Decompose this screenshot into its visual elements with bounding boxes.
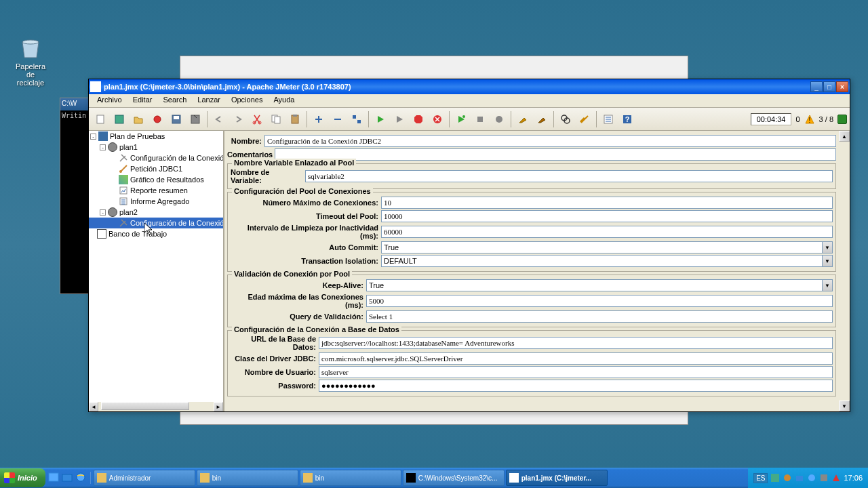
task-administrador[interactable]: Administrador <box>94 470 195 486</box>
dropdown-icon[interactable]: ▼ <box>822 279 833 291</box>
svg-rect-27 <box>120 187 127 194</box>
ie-icon[interactable] <box>75 472 87 484</box>
start-noTimers-button[interactable] <box>391 110 408 128</box>
remote-start-button[interactable] <box>452 110 470 128</box>
svg-rect-1 <box>97 115 104 123</box>
form-panel: Nombre: Comentarios Nombre Variable Enla… <box>224 131 850 411</box>
tree-plan1[interactable]: - plan1 <box>89 142 223 152</box>
search-reset-button[interactable] <box>576 110 593 128</box>
tray-icon-1[interactable] <box>770 473 780 483</box>
toggle-button[interactable] <box>348 110 366 128</box>
show-desktop-icon[interactable] <box>48 472 60 484</box>
explorer-icon[interactable] <box>62 472 74 484</box>
minimize-button[interactable]: _ <box>810 81 823 92</box>
language-indicator[interactable]: ES <box>753 473 768 483</box>
thread-icon <box>108 207 117 217</box>
tree-config2[interactable]: Configuración de la Conexión JDBC2 <box>89 218 223 228</box>
svg-text:!: ! <box>808 117 810 124</box>
save-button[interactable] <box>167 110 185 128</box>
cut-button[interactable] <box>248 110 266 128</box>
recycle-bin-icon <box>17 34 44 61</box>
paste-button[interactable] <box>286 110 304 128</box>
max-conn-input[interactable] <box>381 197 833 209</box>
maximize-button[interactable]: □ <box>823 81 835 92</box>
tree-informe[interactable]: Informe Agregado <box>89 196 223 207</box>
menu-search[interactable]: Search <box>157 94 192 107</box>
driver-input[interactable] <box>319 352 833 365</box>
url-input[interactable] <box>319 337 833 349</box>
tree-plan2[interactable]: - plan2 <box>89 207 223 218</box>
start-button[interactable] <box>372 110 389 128</box>
query-input[interactable] <box>366 310 833 323</box>
tree-reporte[interactable]: Reporte resumen <box>89 185 223 196</box>
nombre-input[interactable] <box>264 135 836 147</box>
task-cmd[interactable]: C:\Windows\System32\c... <box>403 470 505 486</box>
task-jmeter[interactable]: plan1.jmx (C:\jmeter... <box>506 470 608 486</box>
svg-point-17 <box>462 115 465 118</box>
error-count: 0 <box>795 115 800 123</box>
autocommit-select[interactable] <box>381 241 822 253</box>
titlebar[interactable]: plan1.jmx (C:\jmeter-3.0\bin\plan1.jmx) … <box>89 79 850 94</box>
aggregate-icon <box>119 197 128 206</box>
menu-editar[interactable]: Editar <box>127 94 158 107</box>
timeout-input[interactable] <box>381 210 833 222</box>
tray-icon-4[interactable] <box>807 473 816 483</box>
redo-button[interactable] <box>229 110 247 128</box>
menu-ayuda[interactable]: Ayuda <box>268 94 300 107</box>
search-button[interactable] <box>557 110 574 128</box>
save-as-button[interactable] <box>186 110 204 128</box>
tray-icon-6[interactable] <box>831 473 841 483</box>
task-bin1[interactable]: bin <box>197 470 298 486</box>
tree-banco[interactable]: Banco de Trabajo <box>89 228 223 239</box>
isolation-select[interactable] <box>381 255 822 267</box>
start-button[interactable]: Inicio <box>0 468 45 487</box>
stop-button[interactable] <box>410 110 427 128</box>
keepalive-select[interactable] <box>366 279 822 291</box>
dropdown-icon[interactable]: ▼ <box>822 241 833 253</box>
new-button[interactable] <box>92 110 109 128</box>
svg-point-31 <box>77 473 85 481</box>
clock[interactable]: 17:06 <box>844 474 863 482</box>
comentarios-input[interactable] <box>275 148 836 161</box>
clear-button[interactable] <box>514 110 532 128</box>
shutdown-button[interactable] <box>429 110 446 128</box>
form-scrollbar[interactable]: ▲ ▼ <box>839 131 850 411</box>
menu-lanzar[interactable]: Lanzar <box>192 94 226 107</box>
tree-config1[interactable]: Configuración de la Conexión JDBC <box>89 152 223 163</box>
function-helper-button[interactable] <box>599 110 617 128</box>
tree-peticion[interactable]: Petición JDBC1 <box>89 163 223 174</box>
svg-point-26 <box>119 170 122 173</box>
collapse-button[interactable] <box>329 110 347 128</box>
svg-rect-2 <box>115 115 123 123</box>
expand-button[interactable] <box>310 110 328 128</box>
undo-button[interactable] <box>210 110 228 128</box>
maxage-input[interactable] <box>366 295 833 307</box>
var-input[interactable] <box>305 170 833 182</box>
tray-icon-2[interactable] <box>783 473 792 483</box>
close-file-button[interactable] <box>149 110 166 128</box>
eviction-input[interactable] <box>381 226 833 238</box>
tree-plan[interactable]: - Plan de Pruebas <box>89 131 223 142</box>
tree-scrollbar[interactable]: ◄ ► <box>89 402 223 411</box>
clear-all-button[interactable] <box>533 110 551 128</box>
dropdown-icon[interactable]: ▼ <box>822 255 833 267</box>
db-fieldset: Configuración de la Conexión a Base de D… <box>227 330 836 396</box>
menu-archivo[interactable]: Archivo <box>92 94 127 107</box>
task-bin2[interactable]: bin <box>300 470 401 486</box>
remote-shutdown-button[interactable] <box>490 110 508 128</box>
open-button[interactable] <box>130 110 147 128</box>
close-button[interactable]: × <box>836 81 848 92</box>
help-button[interactable]: ? <box>618 110 636 128</box>
user-input[interactable] <box>319 366 833 378</box>
pass-input[interactable] <box>319 380 833 392</box>
tray-icon-3[interactable] <box>795 473 804 483</box>
recycle-bin[interactable]: Papelera de reciclaje <box>14 34 47 87</box>
remote-stop-button[interactable] <box>471 110 489 128</box>
tree-grafico[interactable]: Gráfico de Resultados <box>89 174 223 185</box>
menu-opciones[interactable]: Opciones <box>226 94 268 107</box>
svg-marker-15 <box>414 115 422 123</box>
tray-icon-5[interactable] <box>819 473 829 483</box>
templates-button[interactable] <box>111 110 128 128</box>
svg-rect-13 <box>353 115 356 119</box>
copy-button[interactable] <box>267 110 285 128</box>
